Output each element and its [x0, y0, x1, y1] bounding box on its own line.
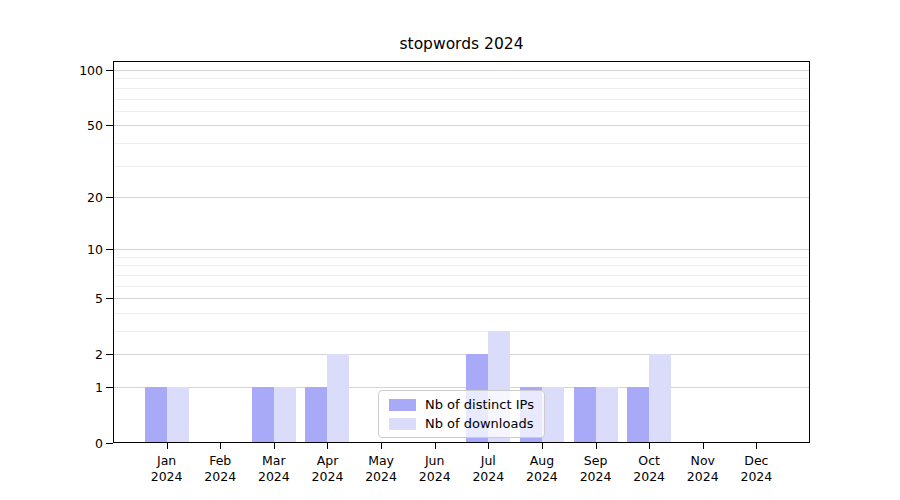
x-axis-tick-mark	[274, 443, 275, 449]
y-axis-tick-mark	[106, 298, 113, 299]
major-gridline	[113, 70, 810, 71]
y-axis-tick-label: 50	[37, 118, 103, 133]
legend-label-downloads: Nb of downloads	[425, 416, 533, 431]
minor-gridline	[113, 166, 810, 167]
x-axis-tick-mark	[649, 443, 650, 449]
y-axis-tick-mark	[106, 70, 113, 71]
major-gridline	[113, 387, 810, 388]
major-gridline	[113, 298, 810, 299]
y-axis-tick-mark	[106, 387, 113, 388]
legend-entry-downloads: Nb of downloads	[389, 416, 544, 431]
y-axis-tick-label: 5	[37, 291, 103, 306]
x-axis-tick-mark	[381, 443, 382, 449]
figure: stopwords 2024 Nb of distinct IPs Nb of …	[0, 0, 900, 500]
bar-distinct-ips-apr	[305, 387, 327, 443]
minor-gridline	[113, 331, 810, 332]
x-axis-tick-mark	[435, 443, 436, 449]
y-axis-tick-label: 100	[37, 63, 103, 78]
bar-distinct-ips-jan	[145, 387, 167, 443]
x-axis-tick-mark	[220, 443, 221, 449]
minor-gridline	[113, 99, 810, 100]
y-axis-tick-mark	[106, 249, 113, 250]
bar-downloads-jan	[167, 387, 189, 443]
minor-gridline	[113, 257, 810, 258]
y-axis-tick-label: 20	[37, 190, 103, 205]
bar-distinct-ips-oct	[627, 387, 649, 443]
minor-gridline	[113, 111, 810, 112]
bar-downloads-sep	[596, 387, 618, 443]
y-axis-tick-label: 10	[37, 242, 103, 257]
plot-area: Nb of distinct IPs Nb of downloads	[113, 61, 810, 443]
major-gridline	[113, 249, 810, 250]
bar-downloads-mar	[274, 387, 296, 443]
x-axis-tick-mark	[756, 443, 757, 449]
minor-gridline	[113, 78, 810, 79]
major-gridline	[113, 354, 810, 355]
minor-gridline	[113, 88, 810, 89]
minor-gridline	[113, 275, 810, 276]
legend-entry-distinct-ips: Nb of distinct IPs	[389, 397, 544, 412]
y-axis-tick-label: 1	[37, 380, 103, 395]
x-axis-tick-label: Dec 2024	[721, 453, 791, 485]
bar-downloads-apr	[327, 354, 349, 443]
legend-swatch-downloads	[389, 418, 416, 430]
x-axis-tick-mark	[596, 443, 597, 449]
minor-gridline	[113, 313, 810, 314]
x-axis-tick-mark	[488, 443, 489, 449]
minor-gridline	[113, 143, 810, 144]
bar-downloads-aug	[542, 387, 564, 443]
x-axis-tick-mark	[327, 443, 328, 449]
legend-swatch-distinct-ips	[389, 399, 416, 411]
y-axis-tick-mark	[106, 354, 113, 355]
major-gridline	[113, 197, 810, 198]
y-axis-tick-mark	[106, 125, 113, 126]
minor-gridline	[113, 286, 810, 287]
y-axis-tick-label: 0	[37, 436, 103, 451]
y-axis-tick-mark	[106, 443, 113, 444]
y-axis-tick-label: 2	[37, 347, 103, 362]
major-gridline	[113, 125, 810, 126]
bar-downloads-oct	[649, 354, 671, 443]
minor-gridline	[113, 265, 810, 266]
legend-label-distinct-ips: Nb of distinct IPs	[425, 397, 534, 412]
chart-title: stopwords 2024	[113, 35, 810, 53]
x-axis-tick-mark	[167, 443, 168, 449]
bar-distinct-ips-mar	[252, 387, 274, 443]
y-axis-tick-mark	[106, 197, 113, 198]
legend: Nb of distinct IPs Nb of downloads	[378, 390, 545, 438]
bar-distinct-ips-sep	[574, 387, 596, 443]
x-axis-tick-mark	[542, 443, 543, 449]
x-axis-tick-mark	[703, 443, 704, 449]
